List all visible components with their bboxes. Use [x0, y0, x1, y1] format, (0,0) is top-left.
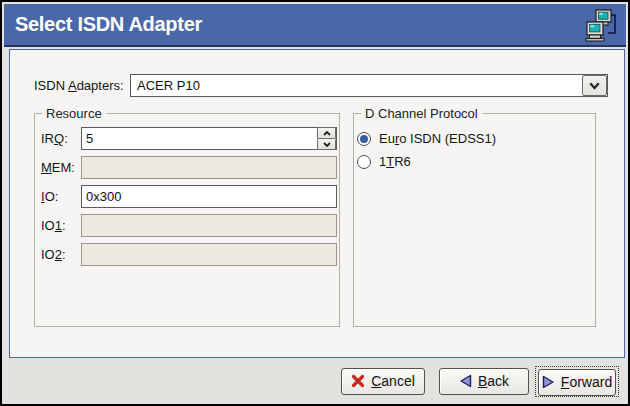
radio-unselected-icon [357, 155, 371, 169]
irq-input[interactable] [81, 127, 337, 150]
radio-1tr6-label: 1TR6 [379, 154, 411, 169]
cancel-x-icon [351, 374, 365, 388]
radio-selected-icon [357, 132, 371, 146]
resource-groupbox: Resource IRQ: MEM: IO: IO1: IO2: [34, 113, 340, 327]
arrow-right-icon [542, 375, 555, 389]
resource-group-title: Resource [42, 106, 106, 121]
radio-option-1tr6[interactable]: 1TR6 [357, 154, 411, 169]
spin-up-icon [323, 131, 331, 136]
back-button-label: Back [478, 373, 509, 389]
io-input[interactable] [81, 185, 337, 208]
isdn-adapters-combobox[interactable]: ACER P10 [130, 74, 608, 97]
spin-down-icon [323, 142, 331, 147]
radio-euro-isdn-label: Euro ISDN (EDSS1) [379, 131, 496, 146]
dialog-content: ISDN Adapters: ACER P10 Resource IRQ: [9, 49, 625, 358]
spin-up-button[interactable] [317, 127, 336, 139]
dialog-titlebar: Select ISDN Adapter [4, 4, 626, 47]
forward-button-label: Forward [561, 374, 612, 390]
irq-spinner [317, 127, 336, 150]
forward-button[interactable]: Forward [538, 369, 616, 396]
network-computers-icon [584, 7, 620, 45]
irq-label: IRQ: [41, 131, 68, 146]
mem-label: MEM: [41, 160, 75, 175]
io1-input [81, 214, 337, 237]
io-label: IO: [41, 189, 58, 204]
cancel-button[interactable]: Cancel [341, 368, 425, 395]
radio-option-euro-isdn[interactable]: Euro ISDN (EDSS1) [357, 131, 496, 146]
cancel-button-label: Cancel [371, 373, 415, 389]
isdn-adapter-dialog: Select ISDN Adapter ISDN Adapters [0, 0, 630, 406]
spin-down-button[interactable] [317, 139, 336, 150]
io2-label: IO2: [41, 247, 66, 262]
combobox-dropdown-button[interactable] [582, 75, 607, 96]
io2-input [81, 243, 337, 266]
dialog-button-bar: Cancel Back Forward [4, 358, 626, 404]
d-channel-protocol-groupbox: D Channel Protocol Euro ISDN (EDSS1) 1TR… [353, 113, 596, 327]
forward-button-focus-ring: Forward [535, 366, 619, 397]
back-button[interactable]: Back [439, 368, 529, 395]
mem-input [81, 156, 337, 179]
io1-label: IO1: [41, 218, 66, 233]
dialog-title: Select ISDN Adapter [4, 13, 202, 36]
isdn-adapters-label: ISDN Adapters: [34, 78, 124, 93]
d-channel-protocol-group-title: D Channel Protocol [361, 106, 482, 121]
isdn-adapters-selected-value: ACER P10 [131, 78, 582, 93]
chevron-down-icon [589, 82, 600, 90]
arrow-left-icon [459, 374, 472, 388]
